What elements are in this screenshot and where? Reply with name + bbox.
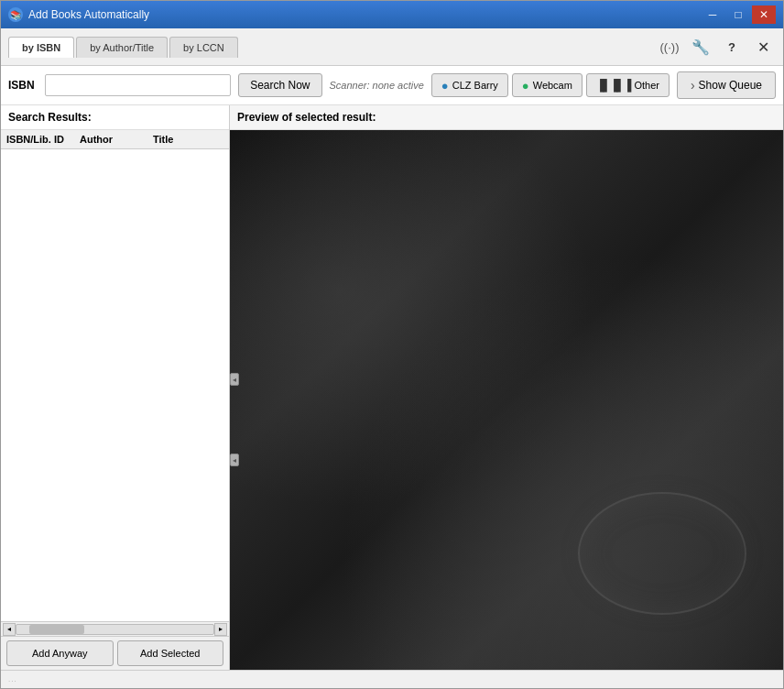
add-selected-button[interactable]: Add Selected — [117, 640, 224, 666]
app-icon: 📚 — [8, 7, 23, 22]
horizontal-scrollbar[interactable] — [16, 624, 214, 635]
main-window: 📚 Add Books Automatically ─ □ ✕ by ISBN … — [0, 0, 784, 689]
help-icon: ? — [728, 40, 735, 54]
scrollbar-thumb — [29, 625, 84, 634]
preview-image — [230, 130, 783, 670]
webcam-icon: ● — [522, 79, 529, 93]
tab-isbn[interactable]: by ISBN — [8, 37, 74, 58]
collapse-handle-bottom[interactable]: ◂ — [230, 454, 239, 466]
svg-point-2 — [230, 130, 538, 379]
help-button[interactable]: ? — [719, 34, 745, 60]
col-author: Author — [78, 133, 151, 146]
preview-svg — [230, 130, 783, 670]
wifi-icon: ((·)) — [660, 40, 680, 54]
chevron-right-icon: › — [691, 78, 695, 93]
show-queue-container: › Show Queue — [677, 71, 776, 99]
search-results-header: Search Results: — [1, 105, 229, 130]
isbn-label: ISBN — [8, 79, 38, 92]
results-table-header: ISBN/Lib. ID Author Title — [1, 130, 229, 149]
tabs-container: by ISBN by Author/Title by LCCN — [8, 37, 653, 58]
svg-rect-0 — [230, 130, 783, 670]
right-panel: Preview of selected result: — [230, 105, 783, 670]
add-anyway-button[interactable]: Add Anyway — [6, 640, 114, 666]
svg-line-7 — [230, 483, 783, 607]
svg-point-1 — [361, 395, 783, 670]
svg-point-5 — [641, 483, 783, 649]
title-bar: 📚 Add Books Automatically ─ □ ✕ — [1, 1, 783, 28]
status-dots: ... — [8, 675, 17, 684]
scroll-right-button[interactable]: ▸ — [214, 623, 227, 636]
tab-lccn[interactable]: by LCCN — [169, 37, 238, 58]
minimize-button[interactable]: ─ — [701, 5, 724, 24]
close-button[interactable]: ✕ — [752, 5, 776, 24]
clz-barry-icon: ● — [441, 79, 449, 93]
window-controls: ─ □ ✕ — [701, 5, 776, 24]
toolbar-right: ((·)) 🔧 ? ✕ — [657, 34, 776, 60]
search-bar: ISBN Search Now Scanner: none active ● C… — [1, 66, 783, 105]
window-title: Add Books Automatically — [28, 8, 701, 21]
left-panel: Search Results: ISBN/Lib. ID Author Titl… — [1, 105, 230, 670]
clz-barry-button[interactable]: ● CLZ Barry — [431, 73, 508, 97]
main-content: Search Results: ISBN/Lib. ID Author Titl… — [1, 105, 783, 670]
scrollbar-row: ◂ ▸ — [1, 621, 229, 636]
collapse-handle-top[interactable]: ◂ — [230, 373, 239, 386]
toolbar-close-icon: ✕ — [757, 38, 769, 56]
scanner-options: ● CLZ Barry ● Webcam ▐▌▐▌▐ Other — [431, 73, 670, 97]
svg-point-4 — [587, 140, 758, 224]
maximize-button[interactable]: □ — [726, 5, 750, 24]
isbn-input[interactable] — [45, 74, 231, 96]
status-bar: ... — [1, 670, 783, 688]
toolbar: by ISBN by Author/Title by LCCN ((·)) 🔧 … — [1, 28, 783, 66]
scanner-status-label: Scanner: none active — [330, 80, 424, 91]
svg-point-3 — [562, 130, 783, 265]
wifi-button[interactable]: ((·)) — [657, 34, 682, 60]
scroll-left-button[interactable]: ◂ — [3, 623, 16, 636]
tab-author-title[interactable]: by Author/Title — [76, 37, 168, 58]
show-queue-button[interactable]: › Show Queue — [677, 71, 776, 99]
search-button[interactable]: Search Now — [238, 73, 321, 97]
preview-area: ◂ ◂ — [230, 130, 783, 670]
col-title: Title — [151, 133, 225, 146]
bottom-bar: Add Anyway Add Selected — [1, 636, 229, 670]
barcode-icon: ▐▌▐▌▐ — [596, 79, 631, 92]
other-button[interactable]: ▐▌▐▌▐ Other — [586, 73, 670, 97]
settings-button[interactable]: 🔧 — [688, 34, 713, 60]
preview-header: Preview of selected result: — [230, 105, 783, 130]
svg-point-6 — [662, 504, 783, 629]
svg-line-8 — [230, 504, 783, 629]
toolbar-close-button[interactable]: ✕ — [750, 34, 776, 60]
col-isbn: ISBN/Lib. ID — [5, 133, 78, 146]
settings-icon: 🔧 — [691, 38, 710, 56]
results-table — [1, 149, 229, 621]
webcam-button[interactable]: ● Webcam — [512, 73, 583, 97]
